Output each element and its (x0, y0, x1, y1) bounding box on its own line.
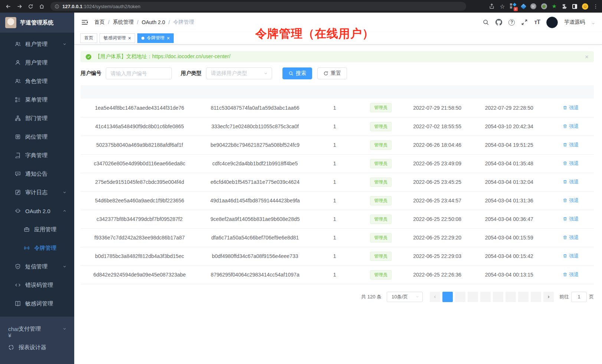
force-logout-button[interactable]: 强退 (563, 271, 579, 278)
fullscreen-icon[interactable] (521, 19, 528, 26)
tab-close-icon[interactable]: × (128, 36, 131, 41)
tab-split-icon[interactable] (572, 4, 577, 9)
force-logout-button[interactable]: 强退 (563, 142, 579, 148)
sidebar-item[interactable]: 通知公告 (0, 165, 74, 183)
star-extension-icon[interactable]: ★ (552, 3, 557, 10)
page-button[interactable] (455, 292, 465, 302)
sidebar-item[interactable]: 敏感词管理 (0, 294, 74, 313)
breadcrumb-item[interactable]: / 首页 (94, 19, 105, 26)
sidebar-item[interactable]: 令牌管理 (0, 239, 74, 257)
sidebar-item[interactable]: char:¥ 支付管理 (0, 320, 74, 338)
search-icon[interactable] (482, 19, 489, 26)
page-button[interactable] (493, 292, 503, 302)
tab[interactable]: 敏感词管理 × (99, 33, 135, 43)
bookmark-star-icon[interactable]: ☆ (500, 3, 505, 10)
font-size-icon[interactable]: тT (534, 19, 540, 26)
user-type-badge: 管理员 (370, 196, 392, 205)
pagination: 共 120 条 10条/页 前往 页 (81, 292, 594, 302)
username[interactable]: 芋道源码 (564, 19, 585, 26)
user-type-badge: 管理员 (370, 103, 392, 112)
goto-page-input[interactable] (571, 292, 587, 302)
profile-emoji-icon[interactable]: ☺ (582, 3, 588, 10)
sidebar-collapse-icon[interactable] (81, 19, 88, 26)
sidebar-item[interactable]: 菜单管理 (0, 90, 74, 109)
action-cell: 强退 (547, 99, 594, 117)
alert-close-icon[interactable]: × (585, 54, 589, 60)
page-button[interactable] (506, 292, 516, 302)
next-page-button[interactable] (543, 292, 554, 302)
sidebar-item[interactable]: 租户管理 (0, 35, 74, 53)
force-logout-button[interactable]: 强退 (563, 179, 579, 185)
reload-icon[interactable] (26, 2, 35, 11)
sidebar-item[interactable]: 审计日志 (0, 183, 74, 202)
browser-menu-icon[interactable]: ⋮ (593, 4, 598, 9)
page-button[interactable] (442, 292, 453, 302)
sidebar-item[interactable]: 部门管理 (0, 109, 74, 128)
table-row: 502375b8040a469a9b82188afdf6af1f be90422… (81, 136, 594, 154)
tab[interactable]: 令牌管理 × (137, 33, 174, 43)
created-time-cell: 2022-06-25 22:29:03 (404, 247, 471, 265)
refresh-token-cell: 49d1aa46d1454fbd87591444423be9fa (199, 191, 311, 210)
sidebar-item[interactable]: 应用管理 (0, 220, 74, 239)
chevron-icon (62, 264, 67, 269)
column-header (547, 85, 594, 99)
home-icon[interactable] (37, 2, 46, 11)
doc-link[interactable]: https://doc.iocoder.cn/user-center/ (152, 53, 230, 59)
address-bar[interactable]: 127.0.0.1:1024/system/oauth2/token (50, 2, 466, 11)
table-row: 6d842e2924594de9a09e45e087323abe 8796295… (81, 265, 594, 284)
breadcrumb-item[interactable]: / 令牌管理 (165, 19, 194, 26)
force-logout-button[interactable]: 强退 (563, 160, 579, 167)
prev-page-button[interactable] (430, 292, 440, 302)
force-logout-button[interactable]: 强退 (563, 123, 579, 130)
sidebar-item[interactable]: 用户管理 (0, 53, 74, 72)
expire-time-cell: 2054-03-04 01:35:48 (471, 154, 547, 173)
breadcrumb-item[interactable]: / 系统管理 (105, 19, 134, 26)
page-button[interactable] (518, 292, 529, 302)
expire-time-cell: 2054-03-04 01:32:04 (471, 173, 547, 191)
user-avatar[interactable] (546, 17, 558, 28)
extensions-puzzle-icon[interactable] (562, 3, 567, 9)
breadcrumb-item[interactable]: / OAuth 2.0 (134, 19, 165, 25)
user-type-select[interactable]: 请选择用户类型 (206, 67, 272, 79)
share-icon[interactable] (489, 3, 495, 9)
force-logout-button[interactable]: 强退 (563, 253, 579, 259)
force-logout-button[interactable]: 强退 (563, 197, 579, 204)
trash-icon (563, 272, 567, 277)
sidebar-item[interactable]: OAuth 2.0 (0, 202, 74, 220)
force-logout-button[interactable]: 强退 (563, 234, 579, 241)
reset-button[interactable]: 重置 (317, 67, 347, 79)
created-time-cell: 2022-06-25 23:49:09 (404, 154, 471, 173)
tab-close-icon[interactable]: × (167, 36, 170, 41)
forward-icon[interactable] (15, 2, 24, 11)
github-icon[interactable] (495, 19, 502, 26)
app-logo[interactable]: 芋道管理系统 (0, 13, 74, 33)
site-info-icon[interactable] (55, 4, 59, 9)
back-icon[interactable] (4, 2, 13, 11)
gray-extension-icon[interactable]: ⌘ (530, 3, 536, 9)
extension-grid-icon[interactable]: 9 (510, 3, 517, 10)
force-logout-button[interactable]: 强退 (563, 105, 579, 111)
sidebar-menu-bottom: char:¥ 支付管理 报表设计器 (0, 317, 74, 364)
sidebar-item[interactable]: 字典管理 (0, 146, 74, 165)
sidebar-item[interactable]: 错误码管理 (0, 276, 74, 294)
force-logout-button[interactable]: 强退 (563, 216, 579, 222)
tab[interactable]: 首页 × (80, 33, 97, 43)
page-button[interactable] (468, 292, 478, 302)
search-button[interactable]: 搜索 (282, 67, 312, 79)
user-menu-caret-icon[interactable] (591, 21, 595, 26)
menu-icon (15, 78, 21, 84)
page-button[interactable] (531, 292, 541, 302)
user-id-cell: 1 (311, 265, 357, 284)
trash-icon (563, 235, 567, 240)
sidebar-item[interactable]: 岗位管理 (0, 128, 74, 146)
sidebar-item[interactable]: 短信管理 (0, 257, 74, 276)
green-extension-icon[interactable] (541, 3, 547, 9)
gem-extension-icon[interactable] (520, 3, 526, 9)
sidebar-item[interactable]: 报表设计器 (0, 338, 74, 357)
page-size-select[interactable]: 10条/页 (387, 292, 423, 302)
user-id-input[interactable] (106, 67, 172, 79)
sidebar-item[interactable]: 角色管理 (0, 72, 74, 90)
page-button[interactable] (480, 292, 491, 302)
help-icon[interactable]: ? (508, 19, 515, 26)
user-id-cell: 1 (311, 247, 357, 265)
